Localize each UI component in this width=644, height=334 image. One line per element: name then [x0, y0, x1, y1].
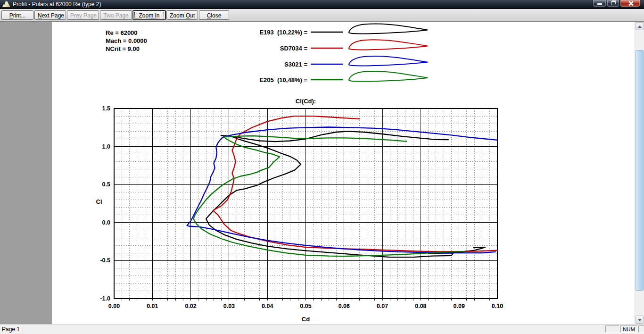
- print-button[interactable]: Print...: [1, 10, 33, 20]
- svg-text:0.03: 0.03: [223, 303, 235, 309]
- svg-text:Cl: Cl: [96, 198, 102, 205]
- legend-line-sd7034: [311, 47, 343, 50]
- toolbar: Print... Next Page Prev Page Two Page Zo…: [0, 9, 644, 22]
- analysis-conditions: Re = 62000 Mach = 0.0000 NCrit = 9.00: [106, 29, 147, 53]
- legend-label-s3021: S3021 =: [206, 61, 307, 68]
- legend-line-e193: [311, 31, 343, 33]
- next-page-button[interactable]: Next Page: [34, 10, 66, 20]
- status-pane-empty: [605, 326, 619, 333]
- svg-text:0.00: 0.00: [108, 303, 120, 309]
- close-preview-button[interactable]: Close: [199, 10, 229, 20]
- svg-text:-0.5: -0.5: [100, 257, 110, 264]
- status-pane-corner: [638, 326, 644, 333]
- svg-text:0.10: 0.10: [492, 303, 503, 309]
- restore-button[interactable]: [607, 0, 619, 7]
- airfoil-shape-e205: [347, 70, 431, 84]
- svg-text:Cd: Cd: [302, 316, 310, 323]
- svg-text:1.5: 1.5: [102, 105, 110, 112]
- svg-text:0.05: 0.05: [300, 303, 311, 309]
- scrollbar-thumb[interactable]: [636, 50, 644, 291]
- ncrit-value: NCrit = 9.00: [106, 45, 147, 53]
- scroll-up-button[interactable]: [636, 22, 644, 30]
- prev-page-button: Prev Page: [67, 10, 99, 20]
- app-window: { "window": { "title": "Profili - Polars…: [0, 0, 644, 334]
- svg-text:1.0: 1.0: [102, 143, 110, 150]
- svg-text:0.04: 0.04: [262, 303, 273, 309]
- legend-label-e205: E205 (10,48%) =: [206, 76, 307, 84]
- airfoil-shape-s3021: [347, 54, 431, 68]
- title-bar: Profili - Polars at 62000 Re (type 2): [0, 0, 644, 9]
- mach-value: Mach = 0.0000: [106, 37, 147, 45]
- svg-text:Cl(Cd):: Cl(Cd):: [296, 98, 316, 105]
- scroll-down-button[interactable]: [636, 316, 644, 324]
- reynolds-value: Re = 62000: [106, 29, 147, 37]
- svg-text:0.06: 0.06: [339, 303, 350, 309]
- app-icon: [2, 1, 10, 7]
- scroll-up-icon: [638, 25, 642, 28]
- window-title: Profili - Polars at 62000 Re (type 2): [13, 0, 101, 9]
- two-page-button: Two Page: [100, 10, 132, 20]
- svg-text:0.02: 0.02: [185, 303, 196, 309]
- svg-text:0.09: 0.09: [454, 303, 465, 309]
- polar-chart: 0.000.010.020.030.040.050.060.070.080.09…: [85, 97, 519, 328]
- close-button[interactable]: [620, 0, 640, 7]
- minimize-icon: [597, 3, 602, 5]
- svg-text:0.07: 0.07: [377, 303, 388, 309]
- svg-text:0.5: 0.5: [102, 181, 110, 188]
- svg-text:-1.0: -1.0: [100, 295, 110, 302]
- scroll-down-icon: [638, 319, 642, 321]
- page-indicator: Page 1: [2, 326, 20, 333]
- polar-chart-canvas: 0.000.010.020.030.040.050.060.070.080.09…: [85, 97, 519, 328]
- legend-line-e205: [311, 78, 343, 81]
- close-icon: [628, 1, 633, 6]
- legend-label-sd7034: SD7034 =: [206, 45, 307, 52]
- airfoil-shape-sd7034: [347, 38, 431, 52]
- status-bar: Page 1 NUM: [0, 324, 644, 334]
- restore-icon: [611, 1, 615, 5]
- legend-label-e193: E193 (10,22%) =: [206, 29, 307, 36]
- zoom-out-button[interactable]: Zoom Out: [166, 10, 198, 20]
- num-lock-indicator: NUM: [620, 326, 637, 333]
- zoom-in-button[interactable]: Zoom In: [133, 10, 165, 20]
- svg-text:0.01: 0.01: [147, 303, 158, 309]
- legend-line-s3021: [311, 63, 343, 66]
- minimize-button[interactable]: [593, 0, 606, 7]
- airfoil-shape-e193: [347, 22, 431, 36]
- vertical-scrollbar[interactable]: [635, 22, 644, 324]
- svg-text:0.08: 0.08: [415, 303, 426, 309]
- window-controls: [592, 0, 640, 7]
- svg-text:0.0: 0.0: [102, 219, 110, 226]
